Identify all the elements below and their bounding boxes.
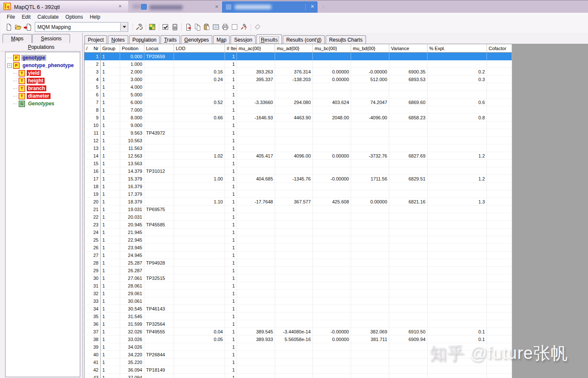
result-row[interactable]: 22120.0311 [84, 213, 512, 221]
result-row[interactable]: 32129.0611 [84, 290, 512, 297]
cell[interactable] [428, 305, 487, 313]
result-row[interactable]: 413.0000.241395.337-138.2030.00000512.00… [84, 76, 512, 83]
cell[interactable]: TP69575 [144, 206, 174, 213]
cell[interactable] [428, 137, 487, 144]
cell[interactable]: 74.2047 [351, 99, 389, 106]
cell[interactable] [275, 129, 313, 137]
result-row[interactable]: 38133.0260.051389.9335.56058e-160.000003… [84, 336, 512, 343]
cell[interactable] [487, 53, 512, 60]
cell[interactable] [351, 190, 389, 198]
cell[interactable] [237, 213, 275, 221]
cell[interactable]: 1.2 [428, 175, 487, 183]
cell[interactable]: 1 [225, 290, 237, 297]
cell[interactable]: 1 [225, 244, 237, 251]
cell[interactable]: 1 [101, 305, 120, 313]
cell[interactable] [313, 358, 351, 366]
cell[interactable] [351, 228, 389, 236]
cell[interactable] [389, 213, 428, 221]
cell[interactable] [487, 351, 512, 358]
cell[interactable]: 1 [225, 175, 237, 183]
cell[interactable]: TP94928 [144, 259, 174, 267]
cell[interactable]: 1.00 [174, 175, 225, 183]
result-row[interactable]: 34130.545TP461431 [84, 305, 512, 313]
cell[interactable]: 1 [225, 274, 237, 282]
cell[interactable]: 1 [225, 83, 237, 91]
cell[interactable]: 11.563 [120, 144, 144, 152]
tree-item-diameter[interactable]: Tdiameter [7, 92, 80, 100]
cell[interactable]: 1 [225, 305, 237, 313]
cell[interactable]: 24.945 [120, 251, 144, 259]
cell[interactable]: 0.24 [174, 76, 225, 83]
cell[interactable] [144, 313, 174, 320]
cell[interactable]: TP43972 [144, 129, 174, 137]
column-header-expl[interactable]: % Expl. [428, 44, 487, 53]
cell[interactable] [144, 137, 174, 144]
cell[interactable]: 19.031 [120, 206, 144, 213]
cell[interactable]: 10.563 [120, 137, 144, 144]
cell[interactable]: 0.66 [174, 114, 225, 121]
cell[interactable]: 1 [101, 213, 120, 221]
menu-file[interactable]: File [3, 13, 18, 21]
cell[interactable]: 30.545 [120, 305, 144, 313]
cell[interactable] [428, 213, 487, 221]
cell[interactable]: 38 [84, 336, 101, 343]
cell[interactable] [174, 137, 225, 144]
cell[interactable] [237, 236, 275, 244]
cell[interactable] [144, 297, 174, 305]
cell[interactable] [144, 290, 174, 297]
cell[interactable] [487, 251, 512, 259]
cell[interactable]: 41 [84, 358, 101, 366]
cell[interactable]: 1 [225, 374, 237, 378]
cell[interactable]: TP26844 [144, 351, 174, 358]
cell[interactable] [237, 83, 275, 91]
cell[interactable]: TP45585 [144, 221, 174, 228]
cell[interactable] [313, 137, 351, 144]
cell[interactable]: 1 [225, 190, 237, 198]
cell[interactable] [428, 267, 487, 274]
cell[interactable] [275, 236, 313, 244]
cell[interactable] [428, 259, 487, 267]
cell[interactable]: 31.599 [120, 320, 144, 328]
cell[interactable] [351, 91, 389, 99]
cell[interactable] [237, 206, 275, 213]
result-row[interactable]: 211.0001 [84, 60, 512, 68]
sidebar-tab-maps[interactable]: Maps [3, 34, 32, 43]
cell[interactable]: 0.05 [174, 336, 225, 343]
cell[interactable] [313, 267, 351, 274]
cell[interactable] [428, 228, 487, 236]
cell[interactable]: 40 [84, 351, 101, 358]
cell[interactable]: 32 [84, 290, 101, 297]
cell[interactable]: 2.000 [120, 68, 144, 76]
result-row[interactable]: 17115.3791.001404.685-1345.76-0.00000171… [84, 175, 512, 183]
cell[interactable] [487, 358, 512, 366]
cell[interactable]: 381.711 [351, 336, 389, 343]
cell[interactable]: 0.000 [120, 53, 144, 60]
cell[interactable] [275, 259, 313, 267]
cell[interactable] [144, 343, 174, 351]
cell[interactable]: 7.000 [120, 106, 144, 114]
cell[interactable] [428, 160, 487, 167]
app-title-area[interactable]: q MapQTL 6 - 392qtl [0, 1, 128, 13]
cell[interactable]: 22.945 [120, 236, 144, 244]
cell[interactable]: 17.379 [120, 190, 144, 198]
cell[interactable] [487, 336, 512, 343]
cell[interactable] [275, 167, 313, 175]
cell[interactable]: 0.2 [428, 68, 487, 76]
cell[interactable] [428, 206, 487, 213]
cell[interactable]: 26 [84, 244, 101, 251]
copy-icon[interactable] [193, 23, 202, 31]
cell[interactable]: 6 [84, 91, 101, 99]
cell[interactable] [351, 167, 389, 175]
cell[interactable] [389, 106, 428, 114]
cell[interactable]: 31.545 [120, 313, 144, 320]
cell[interactable] [237, 137, 275, 144]
cell[interactable] [389, 236, 428, 244]
cell[interactable] [389, 183, 428, 190]
cell[interactable] [144, 160, 174, 167]
cell[interactable]: 35 [84, 313, 101, 320]
cell[interactable] [428, 351, 487, 358]
cell[interactable] [487, 167, 512, 175]
cell[interactable]: 1 [101, 53, 120, 60]
cell[interactable] [275, 366, 313, 374]
result-row[interactable]: 514.0001 [84, 83, 512, 91]
